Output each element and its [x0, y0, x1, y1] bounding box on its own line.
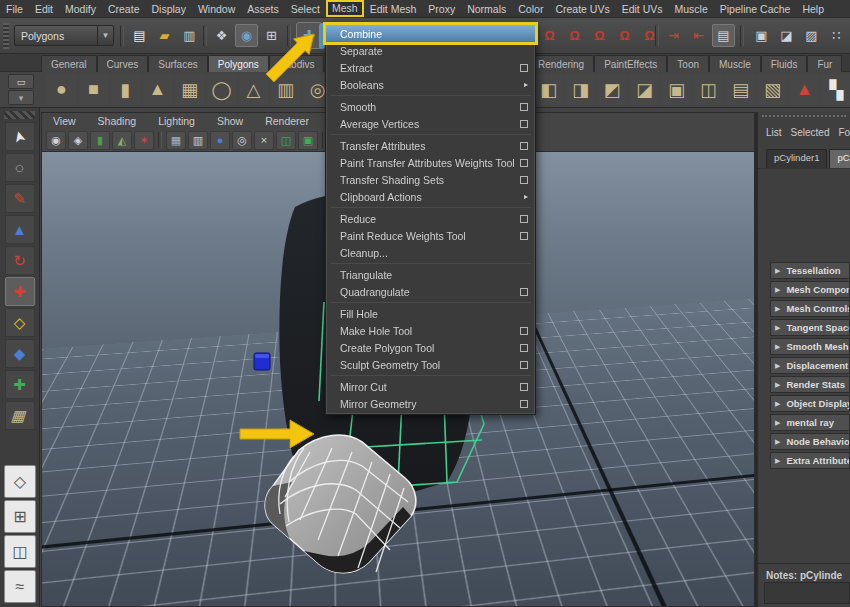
- snap-to-curve-icon[interactable]: Ω: [563, 24, 586, 47]
- menu-item-fill-hole[interactable]: Fill Hole: [326, 305, 535, 322]
- poly-op-icon-5[interactable]: ▣: [661, 74, 692, 105]
- shelf-tab-painteffects[interactable]: PaintEffects: [594, 55, 667, 72]
- shelf-tab-fur[interactable]: Fur: [807, 55, 842, 72]
- vp-2d-pan-icon[interactable]: ✶: [134, 131, 154, 150]
- menu-item-mirror-cut[interactable]: Mirror Cut: [326, 378, 535, 395]
- lasso-tool-icon[interactable]: ◌: [5, 153, 35, 182]
- section-render-stats[interactable]: Render Stats: [770, 376, 850, 393]
- input-connections-icon[interactable]: ⇥: [662, 24, 685, 47]
- poly-op-icon-8[interactable]: ▧: [757, 74, 788, 105]
- menu-item-create-polygon-tool[interactable]: Create Polygon Tool: [326, 339, 535, 356]
- toolbox-grip[interactable]: [4, 111, 35, 119]
- attr-menu-list[interactable]: List: [766, 127, 782, 141]
- menubar-item-create[interactable]: Create: [102, 1, 146, 17]
- section-mental-ray[interactable]: mental ray: [770, 414, 850, 431]
- menu-item-sculpt-geometry-tool[interactable]: Sculpt Geometry Tool: [326, 356, 535, 373]
- menu-separator[interactable]: [330, 302, 531, 303]
- vp-lights-icon[interactable]: ×: [254, 131, 274, 150]
- graph-pane-layout-button[interactable]: ≈: [4, 570, 36, 603]
- vp-textured-icon[interactable]: ◎: [232, 131, 252, 150]
- section-mesh-component-display[interactable]: Mesh Component: [770, 281, 850, 298]
- attr-menu-focus[interactable]: Focus: [838, 127, 850, 141]
- vp-film-gate-icon[interactable]: ▥: [188, 131, 208, 150]
- poly-op-icon-3[interactable]: ◩: [597, 74, 628, 105]
- menu-item-paint-reduce-weights-tool[interactable]: Paint Reduce Weights Tool: [326, 227, 535, 244]
- four-pane-layout-button[interactable]: ⊞: [4, 500, 36, 533]
- menubar-item-mesh[interactable]: Mesh: [326, 0, 364, 17]
- paint-selection-tool-icon[interactable]: ✎: [5, 184, 35, 213]
- section-tessellation[interactable]: Tessellation: [770, 262, 850, 279]
- menu-item-make-hole-tool[interactable]: Make Hole Tool: [326, 322, 535, 339]
- menubar-item-muscle[interactable]: Muscle: [669, 1, 714, 17]
- snap-to-plane-icon[interactable]: Ω: [613, 24, 636, 47]
- vp-grid-icon[interactable]: ▦: [166, 131, 186, 150]
- option-box-icon[interactable]: [520, 215, 528, 223]
- option-box-icon[interactable]: [520, 176, 528, 184]
- menu-item-triangulate[interactable]: Triangulate: [326, 266, 535, 283]
- menu-separator[interactable]: [330, 207, 531, 208]
- render-cone-icon[interactable]: ▲: [789, 74, 820, 105]
- menubar-item-normals[interactable]: Normals: [461, 1, 512, 17]
- option-box-icon[interactable]: [520, 288, 528, 296]
- last-tool-icon[interactable]: ▦: [5, 401, 35, 430]
- final-flag-icon[interactable]: ▚: [821, 74, 850, 105]
- move-tool-icon[interactable]: ▲: [5, 215, 35, 244]
- shelf-tab-toon[interactable]: Toon: [667, 55, 709, 72]
- menu-item-clipboard-actions[interactable]: Clipboard Actions: [326, 188, 535, 205]
- panel-menu-view[interactable]: View: [42, 113, 87, 129]
- ipr-render-icon[interactable]: ▨: [800, 24, 823, 47]
- menubar-item-create-uvs[interactable]: Create UVs: [549, 1, 615, 17]
- menu-item-reduce[interactable]: Reduce: [326, 210, 535, 227]
- vp-camera-attrs-icon[interactable]: ◈: [68, 131, 88, 150]
- panel-menu-lighting[interactable]: Lighting: [147, 113, 206, 129]
- option-box-icon[interactable]: [520, 327, 528, 335]
- poly-op-icon-6[interactable]: ◫: [693, 74, 724, 105]
- option-box-icon[interactable]: [520, 64, 528, 72]
- menu-item-separate[interactable]: Separate: [326, 42, 535, 59]
- shelf-tab-curves[interactable]: Curves: [97, 55, 149, 72]
- vp-image-plane-icon[interactable]: ◭: [112, 131, 132, 150]
- outliner-pane-layout-button[interactable]: ◫: [4, 535, 36, 568]
- menu-item-combine[interactable]: Combine: [326, 25, 535, 42]
- snap-to-grid-icon[interactable]: Ω: [538, 24, 561, 47]
- attr-menu-selected[interactable]: Selected: [791, 127, 830, 141]
- option-box-icon[interactable]: [520, 103, 528, 111]
- shelf-tab-muscle[interactable]: Muscle: [709, 55, 761, 72]
- option-box-icon[interactable]: [520, 400, 528, 408]
- vp-camera-icon[interactable]: ◉: [46, 131, 66, 150]
- select-object-icon[interactable]: ◉: [235, 24, 258, 47]
- toolbar-grip[interactable]: [3, 23, 9, 49]
- option-box-icon[interactable]: [520, 159, 528, 167]
- open-scene-icon[interactable]: ▰: [153, 24, 176, 47]
- menu-item-cleanup[interactable]: Cleanup...: [326, 244, 535, 261]
- section-extra-attributes[interactable]: Extra Attributes: [770, 452, 850, 469]
- menu-item-transfer-attributes[interactable]: Transfer Attributes: [326, 137, 535, 154]
- poly-plane-icon[interactable]: ▦: [174, 74, 205, 105]
- rotate-tool-icon[interactable]: ↻: [5, 246, 35, 275]
- section-node-behavior[interactable]: Node Behavior: [770, 433, 850, 450]
- menu-item-smooth[interactable]: Smooth: [326, 98, 535, 115]
- menubar-item-edit-mesh[interactable]: Edit Mesh: [364, 1, 423, 17]
- menu-set-selector[interactable]: Polygons ▼: [14, 25, 114, 46]
- shelf-tab-surfaces[interactable]: Surfaces: [148, 55, 207, 72]
- vp-isolate-icon[interactable]: ◫: [276, 131, 296, 150]
- menubar-item-help[interactable]: Help: [796, 1, 830, 17]
- menu-item-extract[interactable]: Extract: [326, 59, 535, 76]
- blue-cube[interactable]: [254, 353, 270, 370]
- render-settings-icon[interactable]: ∷: [825, 24, 848, 47]
- poly-op-icon-2[interactable]: ◨: [565, 74, 596, 105]
- construction-history-icon[interactable]: ▤: [712, 24, 735, 47]
- poly-cylinder-icon[interactable]: ▮: [110, 74, 141, 105]
- soft-modification-icon[interactable]: ◆: [5, 339, 35, 368]
- vp-xray-icon[interactable]: ▣: [298, 131, 318, 150]
- notes-field[interactable]: [764, 582, 850, 604]
- menu-item-average-vertices[interactable]: Average Vertices: [326, 115, 535, 132]
- option-box-icon[interactable]: [520, 232, 528, 240]
- poly-op-icon-1[interactable]: ◧: [533, 74, 564, 105]
- menubar-item-window[interactable]: Window: [192, 1, 241, 17]
- shelf-tab-fluids[interactable]: Fluids: [761, 55, 808, 72]
- option-box-icon[interactable]: [520, 344, 528, 352]
- vp-bookmark-icon[interactable]: ▮: [90, 131, 110, 150]
- section-mesh-controls[interactable]: Mesh Controls: [770, 300, 850, 317]
- option-box-icon[interactable]: [520, 142, 528, 150]
